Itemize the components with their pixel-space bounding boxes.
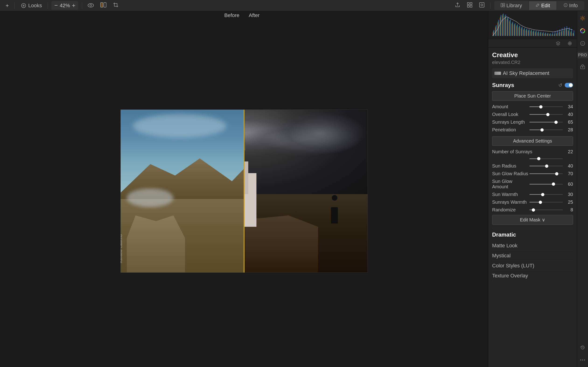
slider-label-0: Amount [492,104,530,109]
svg-line-131 [584,17,584,17]
slider-row-penetration: Penetration 28 [492,127,573,133]
crop-button[interactable] [111,1,120,10]
sunrays-reset-button[interactable]: ↺ [558,82,562,88]
color-wheel-icon[interactable] [579,27,587,35]
add-icon: + [6,2,9,9]
ai-sky-header[interactable]: AI Sky Replacement [492,68,573,78]
dramatic-list: Matte LookMysticalColor Styles (LUT)Text… [492,241,573,281]
add-button[interactable]: + [4,1,11,10]
sun-adjust-icon[interactable] [579,14,587,22]
extra-slider-label-0: Sun Radius [492,163,530,169]
zoom-control: − 42% + [51,1,78,10]
svg-rect-87 [494,30,494,36]
slider-track-1[interactable] [530,112,563,117]
panel-icons-row [488,39,577,48]
svg-rect-113 [555,31,555,36]
svg-point-3 [90,4,92,6]
sunrays-toggle[interactable] [565,83,573,87]
tools-icon[interactable] [579,63,587,71]
extra-slider-track-1[interactable] [530,171,563,176]
svg-point-1 [23,5,25,7]
svg-rect-98 [519,26,520,36]
slider-value-2: 65 [565,119,573,125]
layers-panel-icon[interactable] [554,39,562,48]
creative-icon[interactable]: ☺ [579,39,587,48]
info-button[interactable]: i Info [557,1,584,10]
fullscreen-button[interactable] [477,1,487,10]
more-options-icon[interactable] [579,356,587,364]
extra-slider-track-4[interactable] [530,200,563,205]
dramatic-item-2[interactable]: Color Styles (LUT) [492,261,573,271]
number-sunrays-slider[interactable] [530,156,563,161]
looks-button[interactable]: Looks [18,1,44,10]
number-sunrays-header: Number of Sunrays 22 [492,149,573,154]
image-container[interactable]: Raffaele Caterino [0,11,488,367]
panel-title: Creative [492,51,573,59]
extra-slider-label-2: Sun Glow Amount [492,179,530,190]
svg-rect-112 [552,32,553,36]
dramatic-item-0[interactable]: Matte Look [492,241,573,251]
slider-track-2[interactable] [530,120,563,125]
svg-rect-111 [550,33,551,36]
svg-rect-12 [501,3,502,7]
share-button[interactable] [453,1,462,10]
histogram-area [488,11,577,39]
dramatic-item-1[interactable]: Mystical [492,251,573,261]
svg-rect-100 [524,28,525,36]
library-button[interactable]: Library [494,1,529,10]
grid-button[interactable] [465,1,474,10]
split-line [244,110,245,273]
svg-text:i: i [565,4,566,7]
svg-rect-90 [500,15,501,36]
slider-track-0[interactable] [530,105,563,109]
svg-rect-96 [515,23,515,36]
extra-slider-track-5[interactable] [530,208,563,212]
svg-point-142 [580,359,581,360]
sunrays-title: Sunrays [492,82,514,88]
edit-label: Edit [541,3,550,9]
panel-scrollable-content[interactable]: Creative elevated.CR2 AI Sky Replacement… [488,48,577,367]
svg-rect-14 [503,5,505,7]
edit-button[interactable]: Edit [529,1,556,10]
slider-row-amount: Amount 34 [492,104,573,109]
slider-row-overall-look: Overall Look 40 [492,112,573,117]
svg-rect-101 [526,29,527,36]
slider-label-3: Penetration [492,127,530,133]
svg-point-2 [88,3,94,7]
extra-slider-track-3[interactable] [530,192,563,197]
svg-rect-97 [517,24,518,36]
divider-2 [48,2,48,9]
extra-slider-label-5: Randomize [492,207,530,213]
svg-rect-9 [470,5,472,7]
slider-label-1: Overall Look [492,112,530,117]
crop-icon [113,2,118,9]
grid-icon [467,2,472,9]
svg-rect-7 [470,3,472,4]
preview-button[interactable] [86,1,96,10]
place-sun-center-button[interactable]: Place Sun Center [492,91,573,101]
adjust-panel-icon[interactable] [566,39,574,48]
extra-slider-track-0[interactable] [530,164,563,168]
svg-rect-93 [508,17,508,36]
svg-rect-91 [503,14,504,36]
info-icon: i [563,3,568,9]
svg-line-141 [583,347,583,348]
extra-slider-row-sunrays-warmth: Sunrays Warmth 25 [492,200,573,205]
svg-rect-120 [571,29,572,36]
extra-slider-value-1: 70 [565,171,573,176]
svg-point-134 [582,30,584,32]
slider-track-3[interactable] [530,128,563,132]
extra-slider-track-2[interactable] [530,182,563,186]
compare-button[interactable] [99,1,108,10]
zoom-value: 42% [60,3,70,9]
edit-mask-button[interactable]: Edit Mask ∨ [492,215,573,225]
dramatic-item-3[interactable]: Texture Overlay [492,271,573,281]
preview-icon [88,2,94,9]
main-sliders: Amount 34 Overall Look 40 Sunrays Length… [492,104,573,133]
zoom-plus-button[interactable]: + [71,2,76,9]
share-icon [455,2,460,9]
zoom-minus-button[interactable]: − [53,2,59,9]
pro-badge[interactable]: PRO [578,52,588,58]
history-icon[interactable] [579,343,587,352]
advanced-settings-button[interactable]: Advanced Settings [492,136,573,146]
